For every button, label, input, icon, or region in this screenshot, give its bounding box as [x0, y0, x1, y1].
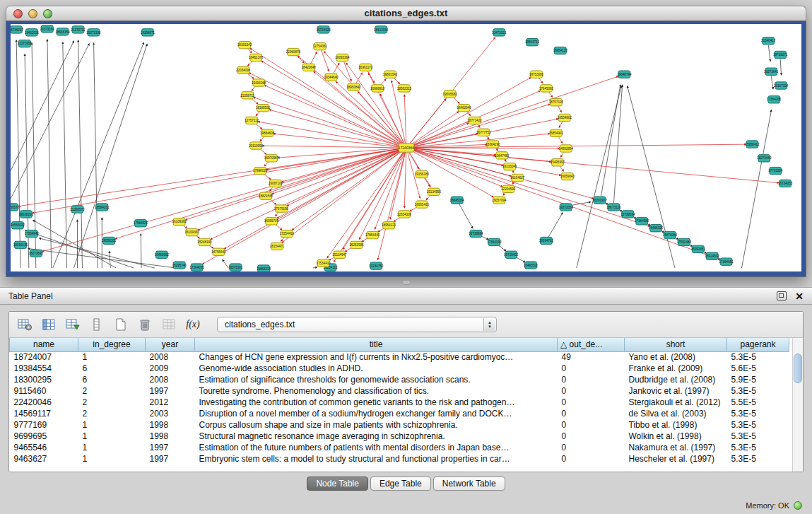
table-cell: 18724007 [10, 351, 78, 363]
table-selector-dropdown[interactable]: citations_edges.txt ▲▼ [217, 317, 497, 332]
svg-text:17979190: 17979190 [274, 207, 289, 211]
svg-text:17845083: 17845083 [539, 87, 554, 90]
svg-text:15495997: 15495997 [551, 160, 565, 164]
splitter-grip[interactable] [402, 280, 411, 285]
svg-text:18312034: 18312034 [374, 28, 389, 32]
status-bar: Memory: OK [746, 501, 802, 510]
table-panel-title: Table Panel [8, 291, 53, 301]
column-header-short[interactable]: short [625, 338, 727, 351]
column-header-title[interactable]: title [195, 338, 558, 351]
show-columns-button[interactable] [39, 315, 59, 334]
svg-text:15739402: 15739402 [504, 253, 519, 257]
new-column-button[interactable] [87, 315, 107, 334]
table-row[interactable]: 977716911998Corpus callosum shape and si… [10, 419, 789, 431]
table-cell: 2008 [146, 351, 195, 363]
citation-network-graph[interactable]: 1874623719462026203731541864835421370712… [11, 24, 801, 271]
table-cell: 2 [78, 397, 146, 408]
table-mode-button[interactable] [15, 315, 35, 334]
svg-text:20373154: 20373154 [40, 28, 55, 31]
svg-text:15739584: 15739584 [620, 213, 635, 216]
svg-text:14755442: 14755442 [211, 250, 226, 254]
svg-text:15878264: 15878264 [663, 233, 678, 237]
table-cell: 1 [78, 419, 146, 431]
column-header-year[interactable]: year [146, 338, 195, 351]
table-row[interactable]: 1938455462009Genome-wide association stu… [10, 363, 789, 374]
table-cell: 9115460 [10, 385, 78, 397]
table-row[interactable]: 911546021997Tourette syndrome. Phenomeno… [10, 385, 789, 397]
table-cell: 1 [78, 351, 146, 363]
svg-text:18216049: 18216049 [502, 165, 517, 168]
column-header-in_degree[interactable]: in_degree [78, 338, 146, 351]
disabled-table-button[interactable] [159, 315, 179, 334]
close-window-button[interactable] [13, 9, 23, 18]
table-cell: Structural magnetic resonance image aver… [195, 431, 558, 442]
svg-text:16575301: 16575301 [228, 266, 243, 269]
table-scrollbar[interactable] [792, 338, 803, 472]
table-cell: Changes of HCN gene expression and I(f) … [195, 351, 558, 363]
column-header-out_de[interactable]: △ out_de... [558, 338, 625, 351]
svg-text:19861542: 19861542 [383, 73, 398, 76]
table-cell: 1997 [146, 453, 195, 465]
table-cell: Tourette syndrome. Phenomenology and cla… [195, 385, 558, 397]
tab-network-table[interactable]: Network Table [433, 477, 505, 491]
delete-table-button[interactable] [135, 315, 155, 334]
tab-node-table[interactable]: Node Table [307, 477, 368, 491]
float-panel-icon[interactable] [777, 291, 787, 300]
table-cell: 49 [558, 351, 625, 363]
svg-text:12757112: 12757112 [245, 119, 259, 122]
svg-text:17364051: 17364051 [719, 260, 734, 264]
table-cell: Yano et al. (2008) [625, 351, 727, 363]
svg-text:18461373: 18461373 [249, 56, 264, 59]
svg-text:15134947: 15134947 [332, 253, 347, 257]
svg-text:18950842: 18950842 [346, 86, 361, 89]
column-header-name[interactable]: name [10, 338, 78, 351]
svg-text:16483521: 16483521 [524, 264, 539, 267]
svg-text:20260570: 20260570 [11, 206, 20, 209]
svg-text:18394762: 18394762 [539, 239, 554, 243]
tab-edge-table[interactable]: Edge Table [370, 477, 431, 491]
svg-text:17364982: 17364982 [635, 220, 649, 223]
window-title: citations_edges.txt [6, 6, 806, 21]
table-cell: Embryonic stem cells: a model to study s… [195, 453, 558, 465]
network-canvas[interactable]: 1874623719462026203731541864835421370712… [11, 24, 801, 271]
table-row[interactable]: 946362711997Embryonic stem cells: a mode… [10, 453, 789, 465]
svg-text:19538291: 19538291 [19, 213, 34, 216]
table-cell: Investigating the contribution of common… [195, 397, 558, 408]
svg-text:16777753: 16777753 [476, 131, 491, 134]
table-cell: Corpus callosum shape and size in male p… [195, 419, 558, 431]
svg-text:12654339: 12654339 [397, 213, 412, 216]
table-cell: 5.9E-5 [727, 374, 789, 385]
table-cell: 1998 [146, 431, 195, 442]
svg-text:19648794: 19648794 [617, 73, 632, 76]
zoom-window-button[interactable] [43, 9, 52, 18]
table-row[interactable]: 2242004622012Investigating the contribut… [10, 397, 789, 408]
svg-text:12204590: 12204590 [501, 187, 516, 191]
close-panel-icon[interactable]: ✕ [795, 290, 804, 303]
minimize-window-button[interactable] [28, 9, 37, 18]
svg-text:10647483: 10647483 [495, 154, 510, 158]
function-builder-button[interactable]: f(x) [183, 315, 203, 334]
new-table-button[interactable] [111, 315, 131, 334]
window-titlebar[interactable]: citations_edges.txt [6, 6, 806, 21]
table-row[interactable]: 1872400712008Changes of HCN gene express… [10, 351, 789, 363]
scrollbar-thumb[interactable] [794, 354, 802, 383]
svg-text:19563721: 19563721 [525, 40, 540, 44]
svg-text:18673120: 18673120 [606, 206, 621, 209]
table-browser: f(x) citations_edges.txt ▲▼ namein_degre… [8, 311, 804, 472]
table-row[interactable]: 1456911722003Disruption of a novel membe… [10, 408, 789, 419]
svg-text:19087100: 19087100 [269, 182, 283, 185]
table-row[interactable]: 946554611997Estimation of the future num… [10, 442, 789, 453]
svg-text:17254412: 17254412 [280, 232, 295, 235]
column-header-pagerank[interactable]: pagerank [727, 338, 789, 351]
table-row[interactable]: 1830029562008Estimation of significance … [10, 374, 789, 385]
table-row[interactable]: 969969511998Structural magnetic resonanc… [10, 431, 789, 442]
svg-text:16739584: 16739584 [469, 232, 483, 235]
table-cell: 1 [78, 453, 146, 465]
table-cell: 0 [558, 385, 625, 397]
svg-text:16055415: 16055415 [415, 203, 430, 206]
svg-text:18954121: 18954121 [382, 223, 396, 227]
table-cell: 1 [78, 431, 146, 442]
import-table-button[interactable] [63, 315, 83, 334]
columns-icon [42, 317, 56, 332]
svg-text:18753083: 18753083 [529, 73, 544, 76]
